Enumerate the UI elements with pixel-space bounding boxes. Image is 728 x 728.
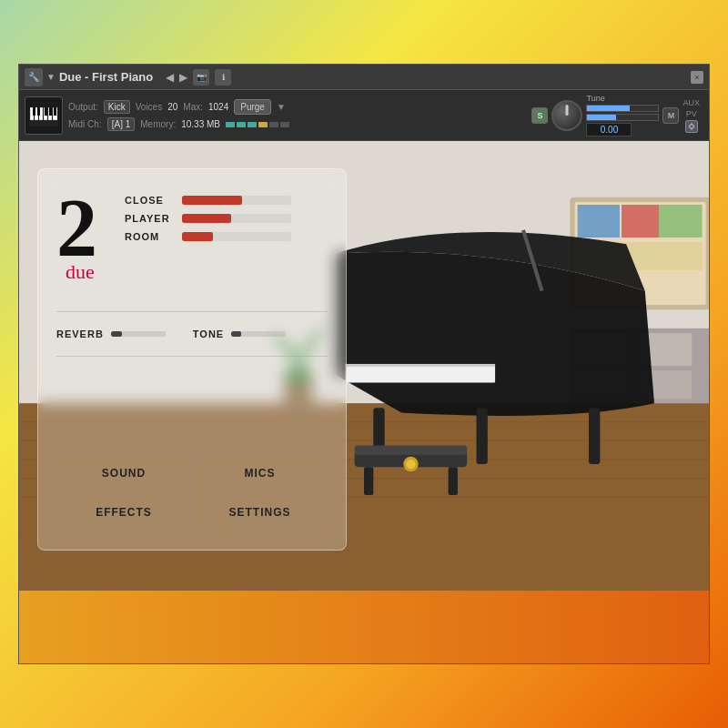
mic-row-room: ROOM [125, 231, 291, 242]
mic-room-slider[interactable] [182, 232, 291, 241]
svg-rect-11 [54, 107, 56, 116]
knob-container [551, 100, 582, 131]
svg-rect-22 [578, 205, 620, 238]
voices-label: Voices [136, 102, 162, 112]
panel-divider [56, 311, 328, 312]
mic-close-label: CLOSE [125, 195, 175, 206]
midi-dropdown[interactable]: [A] 1 [107, 117, 136, 131]
settings-button[interactable]: SETTINGS [192, 492, 328, 531]
mic-player-fill [182, 214, 231, 223]
piano-thumbnail-icon [27, 99, 60, 132]
mics-button[interactable]: MICS [192, 453, 328, 492]
mic-close-fill [182, 196, 242, 205]
main-knob[interactable] [551, 100, 582, 131]
m-button[interactable]: M [662, 107, 679, 124]
nav-arrows: ◀ ▶ [164, 71, 189, 84]
tone-slider[interactable] [231, 331, 286, 337]
tune-label: Tune [586, 94, 659, 103]
level-bar-2 [586, 114, 659, 121]
midi-row: Midi Ch: [A] 1 Memory: 10.33 MB [68, 117, 526, 131]
max-value: 1024 [208, 102, 228, 112]
main-content: 2 due CLOSE PLAYER [19, 141, 709, 591]
mic-player-label: PLAYER [125, 213, 175, 224]
fx-row: REVERB TONE [56, 329, 328, 339]
level-bars [586, 105, 659, 121]
tone-fill [231, 331, 241, 337]
camera-button[interactable]: 📷 [193, 69, 209, 86]
plugin-title: Due - First Piano [59, 70, 153, 84]
mem-seg-6 [280, 122, 289, 127]
nav-buttons: SOUND MICS EFFECTS SETTINGS [56, 444, 328, 531]
instrument-header: Output: Kick Voices 20 Max: 1024 Purge ▼… [19, 90, 709, 141]
svg-rect-36 [589, 408, 600, 464]
mem-seg-3 [248, 122, 257, 127]
level-bar-1 [586, 105, 659, 112]
title-bar-left: 🔧 ▼ Due - First Piano ◀ ▶ 📷 ℹ [25, 68, 685, 86]
title-bar: 🔧 ▼ Due - First Piano ◀ ▶ 📷 ℹ × [19, 65, 709, 90]
panel-divider-2 [56, 356, 328, 357]
control-panel: 2 due CLOSE PLAYER [37, 168, 347, 551]
svg-rect-38 [364, 467, 373, 495]
voices-value: 20 [167, 102, 177, 112]
svg-rect-39 [449, 467, 458, 495]
reverb-slider[interactable] [111, 331, 166, 337]
mem-seg-1 [226, 122, 235, 127]
output-dropdown[interactable]: Kick [104, 100, 130, 114]
s-button[interactable]: S [531, 107, 548, 124]
mem-seg-4 [258, 122, 268, 127]
reverb-fill [111, 331, 122, 337]
nav-prev-button[interactable]: ◀ [164, 71, 176, 84]
svg-rect-9 [45, 107, 47, 116]
plugin-window: 🔧 ▼ Due - First Piano ◀ ▶ 📷 ℹ × [18, 64, 710, 664]
tool-icon[interactable]: 🔧 [25, 68, 43, 86]
purge-arrow-icon: ▼ [277, 102, 286, 112]
mic-row-player: PLAYER [125, 213, 291, 224]
instrument-controls: Output: Kick Voices 20 Max: 1024 Purge ▼… [68, 99, 526, 131]
svg-rect-8 [37, 107, 40, 116]
mem-seg-2 [237, 122, 246, 127]
svg-rect-33 [345, 364, 495, 367]
svg-rect-10 [49, 107, 52, 116]
output-row: Output: Kick Voices 20 Max: 1024 Purge ▼ [68, 99, 526, 115]
max-label: Max: [183, 102, 203, 112]
number-section: 2 due [56, 187, 97, 284]
mic-close-slider[interactable] [182, 196, 291, 205]
panel-top: 2 due CLOSE PLAYER [56, 187, 328, 284]
due-signature: due [66, 260, 97, 284]
svg-rect-12 [31, 103, 56, 107]
reverb-item: REVERB [56, 329, 166, 339]
expand-arrow-icon[interactable]: ▼ [46, 72, 56, 82]
memory-label: Memory: [140, 119, 176, 129]
info-button[interactable]: ℹ [215, 69, 231, 86]
mic-sliders: CLOSE PLAYER ROOM [125, 195, 291, 242]
svg-point-45 [406, 460, 415, 469]
reverb-label: REVERB [56, 329, 104, 339]
memory-bar [226, 122, 289, 127]
mic-player-slider[interactable] [182, 214, 291, 223]
close-button[interactable]: × [691, 71, 703, 84]
level-bar-2-fill [587, 115, 615, 120]
effects-button[interactable]: EFFECTS [56, 492, 192, 531]
tune-value[interactable]: 0.00 [586, 123, 632, 136]
mic-row-close: CLOSE [125, 195, 291, 206]
output-label: Output: [68, 102, 98, 112]
right-controls: S Tune 0.00 M [531, 94, 703, 136]
level-bar-1-fill [587, 106, 630, 111]
tone-item: TONE [193, 329, 286, 339]
pv-label: PV [686, 109, 697, 118]
nav-next-button[interactable]: ▶ [177, 71, 189, 84]
purge-button[interactable]: Purge [234, 99, 271, 115]
midi-label: Midi Ch: [68, 119, 102, 129]
extra-icon[interactable] [685, 120, 698, 133]
svg-rect-24 [659, 205, 702, 238]
svg-rect-7 [33, 107, 35, 116]
mem-seg-5 [269, 122, 278, 127]
arrows-icon [687, 122, 696, 131]
title-icons: 📷 ℹ [193, 69, 231, 86]
instrument-thumbnail [25, 96, 63, 135]
tone-label: TONE [193, 329, 224, 339]
bottom-gradient-bar [19, 591, 709, 663]
large-number: 2 [56, 187, 97, 269]
sound-button[interactable]: SOUND [56, 453, 192, 492]
memory-value: 10.33 MB [181, 119, 220, 129]
